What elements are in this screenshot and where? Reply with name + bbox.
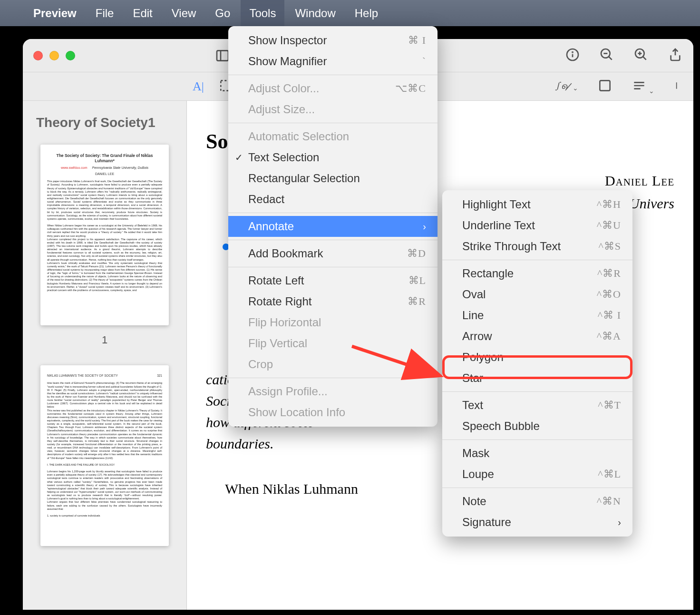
minimize-window-button[interactable] (49, 51, 59, 60)
menu-automatic-selection: Automatic Selection (228, 126, 438, 147)
menu-flip-vertical: Flip Vertical (228, 333, 438, 354)
menubar-edit[interactable]: Edit (133, 7, 152, 20)
menu-mask[interactable]: Mask (442, 443, 632, 464)
bracket-icon (673, 78, 683, 93)
menu-separator (228, 240, 438, 240)
sidebar-title: Theory of Society1 (36, 115, 173, 130)
share-button[interactable] (668, 47, 683, 64)
menu-separator (228, 123, 438, 123)
menu-redact[interactable]: Redact (228, 189, 438, 210)
shape-style-button[interactable] (597, 78, 612, 95)
menu-rotate-left[interactable]: Rotate Left⌘L (228, 270, 438, 291)
thumbnail-page-1[interactable]: The Society of Society: The Grand Finale… (40, 145, 169, 325)
thumb-author: DANIEL LEE (47, 172, 162, 176)
thumbnail-page-2[interactable]: NIKLAS LUHMANN'S THE SOCIETY OF SOCIETY … (40, 365, 169, 546)
chevron-right-icon: › (423, 221, 426, 232)
traffic-lights (33, 51, 75, 60)
menu-signature[interactable]: Signature› (442, 512, 632, 533)
menubar-file[interactable]: File (96, 7, 114, 20)
list-icon (632, 78, 647, 93)
menu-oval[interactable]: Oval^⌘O (442, 284, 632, 305)
info-icon (565, 47, 580, 62)
menu-adjust-size: Adjust Size... (228, 99, 438, 120)
zoom-in-icon (633, 47, 649, 62)
thumb-affil: Pennsylvania State University, DuBois (92, 166, 149, 170)
menu-loupe[interactable]: Loupe^⌘L (442, 464, 632, 485)
menu-separator (442, 439, 632, 440)
menu-highlight-text[interactable]: Highlight Text^⌘H (442, 194, 632, 215)
checkmark-icon: ✓ (235, 152, 243, 163)
menubar-app[interactable]: Preview (33, 7, 77, 20)
thumbnails-sidebar: Theory of Society1 The Society of Societ… (23, 101, 187, 610)
thumb-title: The Society of Society: The Grand Finale… (47, 153, 162, 164)
menu-annotate[interactable]: Annotate› (228, 216, 438, 237)
svg-point-4 (572, 52, 573, 52)
page-number-1: 1 (36, 334, 173, 346)
menu-strike-text[interactable]: Strike Through Text^⌘S (442, 236, 632, 257)
signature-icon: ꭍ୶ (554, 79, 570, 93)
annotate-submenu: Highlight Text^⌘H Underline Text^⌘U Stri… (442, 190, 632, 537)
menu-separator (228, 75, 438, 75)
menubar-view[interactable]: View (172, 7, 196, 20)
menu-separator (442, 260, 632, 260)
menu-speech-bubble[interactable]: Speech Bubble (442, 416, 632, 437)
menu-separator (228, 267, 438, 267)
menu-text[interactable]: Text^⌘T (442, 395, 632, 416)
info-button[interactable] (565, 47, 580, 64)
signature-button[interactable]: ꭍ୶ ⌄ (554, 79, 578, 94)
thumb2-header-left: NIKLAS LUHMANN'S THE SOCIETY OF SOCIETY (47, 374, 118, 378)
menu-separator (442, 488, 632, 488)
chevron-down-icon: ⌄ (573, 84, 578, 92)
chevron-right-icon: › (618, 517, 621, 528)
menu-separator (442, 391, 632, 392)
menu-separator (228, 378, 438, 378)
zoom-out-button[interactable] (599, 47, 614, 64)
thumb-url: www.swifdoo.com (61, 166, 88, 170)
menu-rectangle[interactable]: Rectangle^⌘R (442, 263, 632, 284)
menu-underline-text[interactable]: Underline Text^⌘U (442, 215, 632, 236)
more-button[interactable] (673, 78, 683, 95)
menu-crop: Crop⌘K (228, 354, 438, 375)
menu-arrow[interactable]: Arrow^⌘A (442, 326, 632, 347)
square-icon (597, 78, 612, 93)
share-icon (668, 47, 683, 62)
zoom-out-icon (599, 47, 614, 62)
menubar: Preview File Edit View Go Tools Window H… (0, 0, 700, 26)
menu-add-bookmark[interactable]: Add Bookmark⌘D (228, 243, 438, 264)
menu-note[interactable]: Note^⌘N (442, 491, 632, 512)
menu-show-magnifier[interactable]: Show Magnifier` (228, 51, 438, 72)
menubar-tools[interactable]: Tools (241, 0, 284, 27)
menubar-window[interactable]: Window (295, 7, 335, 20)
menu-separator (228, 213, 438, 213)
description-button[interactable]: ⌄ (632, 78, 654, 95)
menu-rectangular-selection[interactable]: Rectangular Selection (228, 168, 438, 189)
svg-line-9 (643, 57, 646, 60)
menu-line[interactable]: Line^⌘ I (442, 305, 632, 326)
menu-rotate-right[interactable]: Rotate Right⌘R (228, 291, 438, 312)
thumb-body-text: This paper introduces Niklas Luhmann's f… (47, 180, 162, 292)
menu-assign-profile: Assign Profile... (228, 381, 438, 402)
menubar-go[interactable]: Go (215, 7, 230, 20)
zoom-in-button[interactable] (633, 47, 649, 64)
thumb2-header-right: 321 (157, 374, 162, 378)
chevron-down-icon: ⌄ (649, 87, 654, 95)
fullscreen-window-button[interactable] (66, 51, 75, 60)
menu-flip-horizontal: Flip Horizontal (228, 312, 438, 333)
close-window-button[interactable] (33, 51, 43, 60)
menubar-help[interactable]: Help (355, 7, 378, 20)
menu-polygon[interactable]: Polygon (442, 347, 632, 368)
menu-star[interactable]: Star (442, 368, 632, 389)
svg-rect-13 (600, 80, 610, 90)
menu-show-location-info: Show Location Info (228, 402, 438, 423)
tools-menu: Show Inspector⌘ I Show Magnifier` Adjust… (228, 26, 438, 427)
svg-rect-0 (217, 50, 228, 60)
menu-text-selection[interactable]: ✓Text Selection (228, 147, 438, 168)
svg-line-6 (609, 57, 612, 60)
text-style-button[interactable]: A| (193, 79, 204, 94)
menu-show-inspector[interactable]: Show Inspector⌘ I (228, 30, 438, 51)
thumb-body-text: time bears the mark of Edmund Husserl's … (47, 381, 162, 517)
menu-adjust-color: Adjust Color...⌥⌘C (228, 78, 438, 99)
